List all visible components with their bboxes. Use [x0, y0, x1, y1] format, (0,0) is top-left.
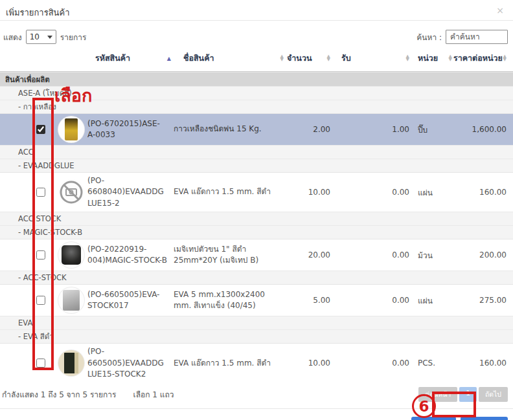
product-image [58, 287, 84, 313]
product-receive: 0.00 [332, 293, 411, 307]
row-checkbox[interactable] [36, 359, 45, 368]
header-product-name[interactable]: ชื่อสินค้า ▲▼ [174, 52, 285, 65]
product-image [58, 350, 84, 376]
modal-title: เพิ่มรายการสินค้า [6, 6, 69, 19]
search-group: ค้นหา : [416, 30, 508, 44]
show-label: แสดง [3, 31, 22, 43]
sort-both-icon: ▲▼ [280, 55, 284, 61]
table-row[interactable]: (PO-6608040)EVAADDGLUE15-2 EVA แอ๊ดกาว 1… [0, 172, 513, 212]
close-icon[interactable]: × [496, 6, 504, 15]
product-receive: 0.00 [332, 248, 411, 262]
product-name: กาวเหลืองชนิดพ่น 15 Kg. [174, 121, 285, 137]
header-unit-price[interactable]: ราคาต่อหน่วย ▲▼ [453, 52, 508, 65]
category-row: สินค้าเพื่อผลิต [0, 72, 513, 86]
product-code: (PO-6702015)ASE-A-0033 [87, 116, 174, 144]
product-name: EVA แอ๊ดกาว 1.5 mm. สีดำ [174, 355, 285, 371]
product-name: เมจิเทปตัวขน 1" สีดำ 25mm*20Y (เมจิเทป B… [174, 241, 285, 269]
category-row: ACC STOCK [0, 212, 513, 225]
page-size-group: แสดง 10 รายการ [3, 30, 86, 44]
product-image [58, 116, 84, 142]
product-quantity: 2.00 [285, 122, 332, 137]
ok-button[interactable]: ✔ ตกลง [411, 417, 456, 420]
header-unit[interactable]: หน่วย ▲▼ [411, 52, 453, 65]
category-row: - กาวเหลือง [0, 100, 513, 113]
category-row: ASE-A (โหมดสี) [0, 86, 513, 100]
product-unit-price: 200.00 [453, 248, 508, 262]
next-page-button[interactable]: ถัดไป [479, 387, 508, 402]
product-unit: ม้วน [411, 247, 453, 264]
prev-page-button[interactable]: ก่อนหน้า [418, 387, 457, 402]
header-quantity[interactable]: จำนวน ▲▼ [285, 52, 332, 65]
entries-label: รายการ [60, 31, 87, 43]
category-row: - ACC-STOCK [0, 271, 513, 284]
category-row: - MAGIC-STOCK-B [0, 225, 513, 239]
page-1-button[interactable]: 1 [459, 387, 477, 402]
table-footer: กำลังแสดง 1 ถึง 5 จาก 5 รายการ เลือก 1 แ… [0, 382, 513, 406]
table-controls: แสดง 10 รายการ ค้นหา : [0, 21, 513, 49]
category-row: EVA [0, 316, 513, 329]
table-row[interactable]: (PO-6702015)ASE-A-0033 กาวเหลืองชนิดพ่น … [0, 113, 513, 145]
product-code: (PO-20220919-004)MAGIC-STOCK-B [87, 241, 174, 269]
row-checkbox[interactable] [36, 250, 45, 260]
cancel-button[interactable]: ✖ ยกเลิก [461, 417, 508, 420]
product-receive: 1.00 [332, 122, 411, 137]
showing-info: กำลังแสดง 1 ถึง 5 จาก 5 รายการ [2, 388, 117, 401]
no-image-icon [58, 179, 84, 205]
page-size-value: 10 [30, 32, 40, 41]
product-unit-price: 1,600.00 [453, 122, 508, 137]
sort-both-icon: ▲▼ [406, 55, 409, 61]
product-quantity: 5.00 [285, 293, 332, 307]
product-unit: แผ่น [411, 184, 453, 201]
page-size-select[interactable]: 10 [26, 30, 56, 44]
product-unit-price: 275.00 [453, 293, 508, 307]
selected-rows-info: เลือก 1 แถว [133, 388, 174, 401]
product-code: (PO-6605005)EVAADDGLUE15-STOCK2 [87, 344, 174, 382]
product-unit-price: 160.00 [453, 185, 508, 199]
product-name: EVA 5 mm.x1300x2400 mm. สีเทาแข็ง (40/45… [174, 287, 285, 315]
product-unit-price: 160.00 [453, 356, 508, 370]
product-quantity: 10.00 [285, 185, 332, 199]
table-body: สินค้าเพื่อผลิต ASE-A (โหมดสี) - กาวเหลื… [0, 72, 513, 382]
product-receive: 0.00 [332, 356, 411, 370]
header-receive[interactable]: รับ ▲▼ [332, 52, 411, 65]
category-row: ACC [0, 145, 513, 159]
row-checkbox[interactable] [36, 296, 45, 305]
product-code: (PO-6608040)EVAADDGLUE15-2 [87, 173, 174, 212]
product-quantity: 10.00 [285, 356, 332, 370]
product-image [58, 242, 84, 268]
table-row[interactable]: (PO-20220919-004)MAGIC-STOCK-B เมจิเทปตั… [0, 239, 513, 271]
search-input[interactable] [446, 30, 508, 44]
sort-both-icon: ▲▼ [449, 55, 452, 61]
product-quantity: 20.00 [285, 248, 332, 262]
table-row[interactable]: (PO-6605005)EVA-STOCK017 EVA 5 mm.x1300x… [0, 284, 513, 316]
header-product-code[interactable]: รหัสสินค้า ▲ [87, 52, 174, 65]
action-buttons: ✔ ตกลง ✖ ยกเลิก [0, 409, 513, 420]
category-row: - EVA สีดำ [0, 329, 513, 343]
product-unit: แผ่น [411, 292, 453, 309]
dropdown-caret-icon [47, 36, 52, 39]
modal-header: เพิ่มรายการสินค้า × [0, 0, 513, 21]
sort-asc-icon: ▲ [167, 56, 171, 61]
sort-both-icon: ▲▼ [327, 55, 330, 61]
product-unit: PCS. [411, 356, 453, 370]
category-row: - EVAADDGLUE [0, 159, 513, 172]
sort-both-icon: ▲▼ [503, 55, 507, 61]
product-code: (PO-6605005)EVA-STOCK017 [87, 287, 174, 315]
row-checkbox[interactable] [36, 125, 45, 134]
table-header: รหัสสินค้า ▲ ชื่อสินค้า ▲▼ จำนวน ▲▼ รับ … [0, 49, 513, 72]
table-row[interactable]: (PO-6605005)EVAADDGLUE15-STOCK2 EVA แอ๊ด… [0, 343, 513, 382]
row-checkbox[interactable] [36, 188, 45, 197]
product-name: EVA แอ๊ดกาว 1.5 mm. สีดำ [174, 184, 285, 200]
product-unit: ปี๊บ [411, 121, 453, 138]
product-receive: 0.00 [332, 185, 411, 199]
pagination: ก่อนหน้า 1 ถัดไป [416, 387, 508, 402]
search-label: ค้นหา : [416, 31, 442, 43]
